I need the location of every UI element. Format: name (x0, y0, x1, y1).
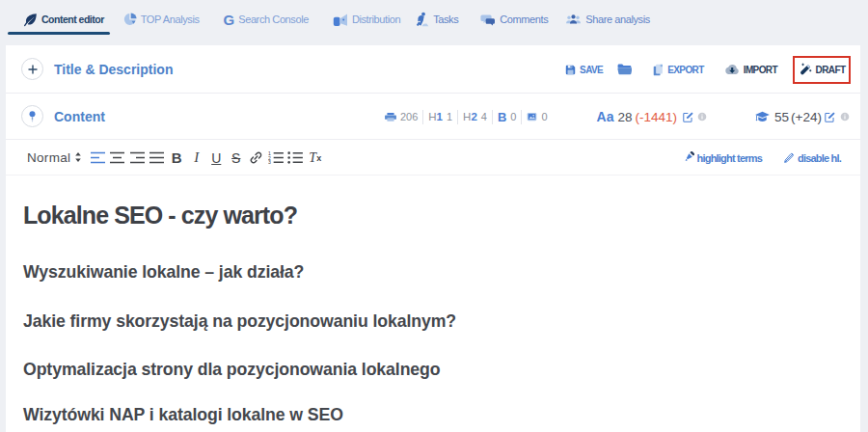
svg-text:3: 3 (268, 159, 271, 164)
